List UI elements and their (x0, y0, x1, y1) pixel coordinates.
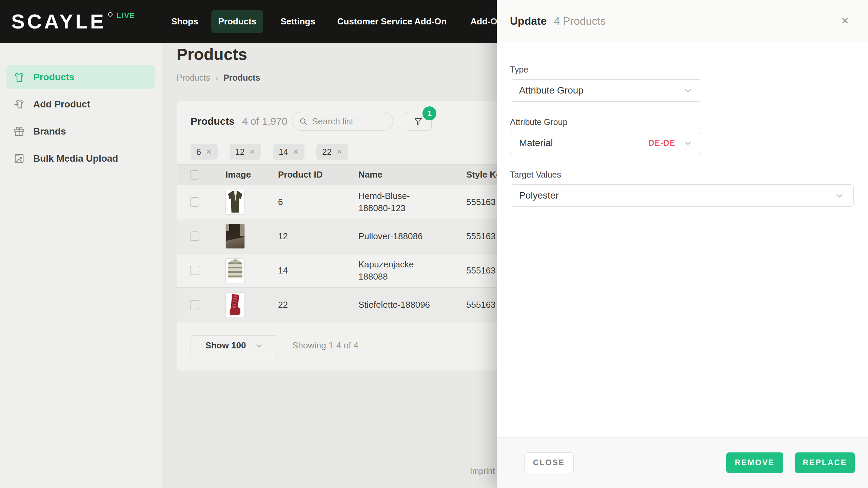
target-values-label: Target Values (510, 170, 854, 180)
nav-item-settings[interactable]: Settings (280, 16, 315, 27)
panel-body: Type Attribute Group Attribute Group Mat… (497, 65, 868, 207)
remove-chip-icon[interactable]: ✕ (206, 148, 212, 156)
tshirt-add-icon (14, 99, 25, 110)
target-values-select[interactable]: Polyester (510, 184, 854, 207)
search-placeholder: Search list (312, 116, 353, 127)
type-label: Type (510, 65, 854, 75)
chevron-down-icon (683, 138, 693, 148)
logo-wordmark: SCAYLE (11, 12, 106, 32)
product-image (225, 224, 245, 249)
close-icon[interactable]: ✕ (841, 16, 849, 26)
filter-chip[interactable]: 6 ✕ (191, 144, 218, 160)
locale-badge: DE-DE (649, 139, 675, 148)
product-id-cell: 6 (278, 197, 358, 207)
environment-badge: LIVE (117, 12, 135, 20)
filter-chip[interactable]: 22 ✕ (316, 144, 348, 160)
product-name-cell: Hemd-Bluse-188080-123 (358, 190, 433, 214)
product-id-cell: 22 (278, 300, 358, 310)
product-image (225, 258, 245, 283)
replace-button[interactable]: REPLACE (795, 452, 855, 473)
chevron-down-icon (255, 341, 263, 350)
row-checkbox[interactable] (190, 266, 199, 275)
search-input[interactable]: Search list (292, 112, 393, 131)
remove-chip-icon[interactable]: ✕ (336, 148, 342, 156)
nav-item-customer-service-add-on[interactable]: Customer Service Add-On (337, 16, 447, 27)
row-checkbox[interactable] (190, 197, 199, 207)
sidebar: Products Add Product Brands Bulk Media U… (0, 43, 162, 488)
image-icon (14, 153, 25, 164)
row-checkbox[interactable] (190, 300, 199, 309)
page-size-dropdown[interactable]: Show 100 (191, 335, 278, 356)
close-button[interactable]: CLOSE (524, 452, 574, 473)
chevron-right-icon: › (215, 74, 218, 82)
select-all-checkbox[interactable] (190, 170, 199, 180)
sidebar-item-products[interactable]: Products (6, 65, 155, 89)
panel-subtitle: 4 Products (554, 15, 606, 27)
remove-button[interactable]: REMOVE (726, 452, 783, 473)
tshirt-icon (14, 72, 25, 83)
row-checkbox[interactable] (190, 231, 199, 241)
column-header-product-id: Product ID (278, 169, 358, 180)
remove-chip-icon[interactable]: ✕ (249, 148, 255, 156)
filter-chip[interactable]: 14 ✕ (273, 144, 304, 160)
product-id-cell: 12 (278, 231, 358, 242)
list-count: 4 of 1,970 (242, 116, 287, 127)
panel-footer: CLOSE REMOVE REPLACE (497, 437, 868, 488)
main-nav: Shops Products Settings Customer Service… (163, 0, 508, 43)
chevron-down-icon (683, 85, 693, 96)
sidebar-item-brands[interactable]: Brands (6, 119, 155, 143)
filter-count-badge: 1 (422, 106, 436, 120)
column-header-name: Name (358, 169, 466, 180)
product-image (225, 292, 245, 317)
product-name-cell: Pullover-188086 (358, 230, 433, 242)
showing-range-label: Showing 1-4 of 4 (292, 340, 358, 351)
logo-circle-icon (108, 12, 113, 17)
chevron-down-icon (834, 190, 845, 201)
filter-chip[interactable]: 12 ✕ (230, 144, 261, 160)
attribute-group-select[interactable]: Material DE-DE (510, 132, 702, 154)
scayle-logo[interactable]: SCAYLE LIVE (11, 12, 135, 32)
nav-item-products[interactable]: Products (211, 10, 263, 33)
product-id-cell: 14 (278, 265, 358, 276)
product-name-cell: Kapuzenjacke-188088 (358, 258, 433, 283)
panel-title: Update (510, 15, 547, 27)
filter-button-wrap: 1 (405, 112, 432, 131)
imprint-link[interactable]: Imprint (470, 466, 495, 476)
sidebar-item-bulk-media-upload[interactable]: Bulk Media Upload (6, 146, 155, 170)
type-select[interactable]: Attribute Group (510, 79, 702, 102)
panel-header: Update 4 Products ✕ (497, 0, 868, 42)
list-title: Products (191, 116, 235, 127)
sidebar-item-label: Bulk Media Upload (33, 153, 118, 164)
sidebar-item-label: Brands (33, 126, 66, 137)
sidebar-item-add-product[interactable]: Add Product (6, 92, 155, 116)
nav-item-shops[interactable]: Shops (171, 16, 198, 27)
product-name-cell: Stiefelette-188096 (358, 299, 433, 311)
sidebar-item-label: Add Product (33, 99, 90, 110)
breadcrumb-root[interactable]: Products (177, 73, 210, 83)
remove-chip-icon[interactable]: ✕ (293, 148, 299, 156)
gift-icon (14, 126, 25, 137)
sidebar-item-label: Products (33, 72, 74, 83)
breadcrumb-current: Products (223, 73, 260, 83)
attribute-group-label: Attribute Group (510, 117, 854, 127)
update-products-panel: Update 4 Products ✕ Type Attribute Group… (497, 0, 868, 488)
column-header-image: Image (225, 169, 278, 180)
product-image (225, 190, 245, 215)
